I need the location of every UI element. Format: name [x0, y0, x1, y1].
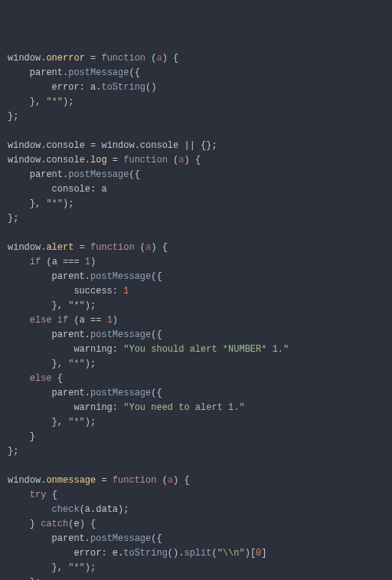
- code-token: .: [85, 271, 90, 282]
- code-token: console: [140, 140, 185, 151]
- code-token: (: [74, 315, 79, 326]
- code-token: ): [90, 257, 96, 267]
- code-token: a: [52, 257, 63, 267]
- code-token: console: [8, 184, 90, 195]
- code-token: [168, 155, 173, 165]
- code-token: onmessage: [46, 475, 96, 486]
- code-token: ;: [90, 359, 96, 369]
- code-token: }: [30, 431, 35, 442]
- code-token: [85, 53, 90, 64]
- code-token: ): [85, 562, 90, 573]
- code-token: (: [46, 257, 51, 267]
- code-token: [156, 475, 162, 486]
- code-token: (: [140, 242, 145, 253]
- code-token: a: [80, 315, 90, 326]
- code-token: postMessage: [90, 533, 151, 544]
- code-token: [8, 300, 52, 311]
- code-token: postMessage: [68, 67, 129, 78]
- code-token: ]: [261, 548, 266, 559]
- code-token: parent: [8, 388, 85, 398]
- code-token: else if: [30, 315, 68, 326]
- code-token: }: [30, 519, 35, 529]
- code-token: parent: [8, 169, 63, 180]
- code-token: "*": [68, 359, 85, 369]
- code-token: parent: [8, 271, 85, 282]
- code-token: [107, 475, 113, 486]
- code-token: [8, 562, 52, 573]
- code-token: ;: [123, 504, 129, 515]
- code-token: [8, 504, 52, 515]
- code-token: :: [113, 286, 118, 297]
- code-token: ): [162, 53, 168, 64]
- code-token: alert: [46, 242, 74, 253]
- code-token: a: [85, 82, 96, 93]
- code-token: ): [85, 359, 90, 369]
- code-token: }: [30, 198, 35, 209]
- code-token: ;: [13, 213, 18, 224]
- code-token: {: [162, 242, 168, 253]
- code-token: :: [113, 402, 118, 413]
- code-token: {: [156, 329, 162, 340]
- code-token: warning: [8, 402, 113, 413]
- code-token: {: [184, 475, 189, 486]
- code-token: else: [30, 373, 52, 384]
- code-token: catch: [41, 519, 68, 529]
- code-token: "*": [68, 300, 85, 311]
- code-token: {: [135, 67, 140, 78]
- code-token: {: [90, 519, 96, 529]
- code-token: "*": [68, 562, 85, 573]
- code-token: [168, 53, 173, 64]
- code-token: [8, 490, 30, 500]
- code-token: postMessage: [90, 329, 151, 340]
- code-token: .: [85, 388, 90, 398]
- code-token: a: [168, 475, 173, 486]
- code-token: function: [90, 242, 135, 253]
- code-token: .: [85, 155, 90, 165]
- code-token: ,: [57, 300, 63, 311]
- code-token: [8, 97, 30, 107]
- code-token: ,: [57, 417, 63, 428]
- code-token: (: [168, 548, 173, 559]
- code-token: [: [250, 548, 256, 559]
- code-token: 1: [123, 286, 129, 297]
- code-token: ): [151, 82, 156, 93]
- code-token: ||: [184, 140, 194, 151]
- code-token: :: [101, 548, 106, 559]
- code-token: [46, 490, 51, 500]
- code-token: {: [156, 533, 162, 544]
- code-token: }: [52, 300, 57, 311]
- code-token: (: [162, 475, 168, 486]
- code-token: {: [156, 388, 162, 398]
- code-token: [156, 242, 162, 253]
- code-token: try: [30, 490, 47, 500]
- code-token: window: [8, 140, 41, 151]
- code-token: e: [74, 519, 79, 529]
- code-token: [8, 577, 30, 580]
- code-token: window: [8, 242, 41, 253]
- code-token: error: [8, 548, 101, 559]
- code-token: console: [46, 155, 84, 165]
- code-token: window: [8, 475, 41, 486]
- code-token: (: [129, 67, 134, 78]
- code-token: }: [52, 359, 57, 369]
- code-token: [80, 257, 85, 267]
- code-token: .: [85, 329, 90, 340]
- code-token: postMessage: [90, 271, 151, 282]
- code-token: toString: [101, 82, 145, 93]
- code-token: [8, 519, 30, 529]
- code-token: postMessage: [90, 388, 151, 398]
- code-token: ;: [90, 417, 96, 428]
- code-token: {: [57, 373, 63, 384]
- code-token: {: [195, 155, 201, 165]
- code-token: e: [107, 548, 118, 559]
- code-token: parent: [8, 67, 63, 78]
- code-token: ;: [90, 300, 96, 311]
- code-token: :: [113, 344, 118, 355]
- code-token: window: [96, 140, 134, 151]
- code-token: log: [90, 155, 107, 165]
- code-token: window: [8, 155, 41, 165]
- code-block: window.onerror = function (a) { parent.p…: [8, 51, 384, 580]
- code-token: }: [30, 577, 35, 580]
- code-token: window: [8, 53, 41, 64]
- code-token: function: [123, 155, 168, 165]
